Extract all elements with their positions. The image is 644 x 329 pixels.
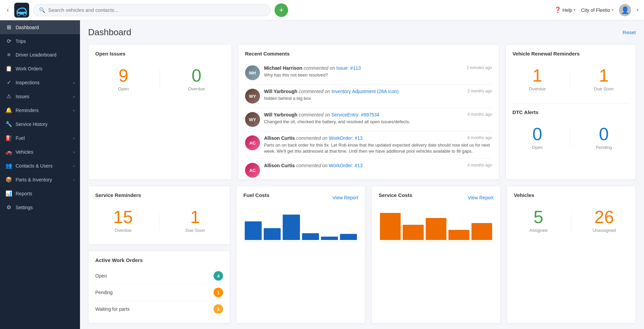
svg-rect-4 bbox=[20, 9, 24, 12]
work-orders-list: Open 4 Pending 1 Waiting for parts 3 bbox=[95, 268, 223, 317]
divider bbox=[570, 69, 571, 89]
sidebar-item-parts-inventory[interactable]: 📦 Parts & Inventory › bbox=[0, 173, 80, 187]
service-costs-view-report[interactable]: View Report bbox=[468, 195, 494, 200]
comment-header: Will Yarbrough commented on ServiceEntry… bbox=[264, 112, 492, 117]
fuel-costs-header: Fuel Costs View Report bbox=[243, 192, 358, 203]
sidebar-label-reports: Reports bbox=[16, 191, 32, 196]
vehicle-renewal-card: Vehicle Renewal Reminders 1 Overdue 1 Du… bbox=[505, 44, 636, 180]
layout: ⊞ Dashboard ⟳ Trips ≡ Driver Leaderboard… bbox=[0, 20, 644, 329]
reset-button[interactable]: Reset bbox=[623, 29, 636, 35]
sidebar-label-parts-inventory: Parts & Inventory bbox=[16, 177, 52, 182]
sidebar-item-settings[interactable]: ⚙ Settings bbox=[0, 200, 80, 214]
sidebar-item-service-history[interactable]: 🔧 Service History bbox=[0, 117, 80, 131]
comment-avatar: AC bbox=[245, 135, 260, 150]
search-bar[interactable]: 🔍 bbox=[33, 4, 270, 16]
comment-body: Michael Harrison commented on Issue: #11… bbox=[264, 65, 492, 80]
vehicles-unassigned: 26 Unassigned bbox=[580, 208, 629, 233]
service-costs-header: Service Costs View Report bbox=[379, 192, 494, 203]
recent-comments-title: Recent Comments bbox=[245, 51, 492, 57]
sidebar-item-issues[interactable]: ⚠ Issues › bbox=[0, 89, 80, 103]
sidebar-item-reminders[interactable]: 🔔 Reminders › bbox=[0, 103, 80, 117]
comment-item: MH Michael Harrison commented on Issue: … bbox=[245, 61, 492, 85]
vehicles-assigned-value: 5 bbox=[514, 208, 563, 226]
vehicle-renewal-due-soon-label: Due Soon bbox=[579, 86, 629, 91]
dtc-alerts-metrics: 0 Open 0 Pending bbox=[512, 120, 629, 155]
comment-header: Allison Curtis commented on WorkOrder: #… bbox=[264, 135, 492, 141]
vehicle-renewal-overdue: 1 Overdue bbox=[512, 67, 562, 91]
work-order-row: Waiting for parts 3 bbox=[95, 301, 223, 317]
comment-link[interactable]: Inventory Adjustment (26A Icon) bbox=[331, 89, 399, 94]
comment-item: AC Allison Curtis commented on WorkOrder… bbox=[245, 159, 492, 180]
comment-avatar: AC bbox=[245, 163, 260, 178]
work-order-badge: 4 bbox=[214, 271, 223, 281]
comment-item: AC Allison Curtis commented on WorkOrder… bbox=[245, 131, 492, 159]
comment-link[interactable]: WorkOrder: #13 bbox=[329, 163, 362, 168]
open-issues-card: Open Issues 9 Open 0 Overdue bbox=[88, 44, 232, 180]
service-reminders-card: Service Reminders 15 Overdue 1 Due Soon bbox=[88, 186, 230, 245]
sidebar-item-vehicles[interactable]: 🚗 Vehicles › bbox=[0, 145, 80, 159]
vehicle-renewal-due-soon-value: 1 bbox=[579, 67, 629, 84]
sidebar-chevron-issues: › bbox=[73, 94, 75, 98]
fuel-chart bbox=[243, 206, 358, 240]
sidebar-label-contacts-users: Contacts & Users bbox=[16, 163, 53, 169]
sidebar-icon-contacts-users: 👥 bbox=[5, 162, 12, 169]
bar bbox=[283, 215, 300, 240]
sidebar-chevron-inspections: › bbox=[73, 81, 75, 85]
logo[interactable] bbox=[14, 3, 29, 18]
sidebar-item-driver-leaderboard[interactable]: ≡ Driver Leaderboard bbox=[0, 48, 80, 62]
sidebar-item-work-orders[interactable]: 📋 Work Orders bbox=[0, 62, 80, 75]
sidebar-item-trips[interactable]: ⟳ Trips bbox=[0, 34, 80, 48]
sidebar-icon-trips: ⟳ bbox=[5, 38, 12, 44]
comment-link[interactable]: WorkOrder: #13 bbox=[329, 135, 362, 141]
open-issues-metrics: 9 Open 0 Overdue bbox=[95, 61, 225, 97]
sidebar-icon-inspections: ✓ bbox=[5, 79, 12, 86]
dtc-pending-label: Pending bbox=[579, 145, 629, 150]
sidebar-item-inspections[interactable]: ✓ Inspections › bbox=[0, 75, 80, 89]
sidebar-chevron-reminders: › bbox=[73, 108, 75, 112]
comment-avatar: MH bbox=[245, 65, 260, 80]
comment-body: Allison Curtis commented on WorkOrder: #… bbox=[264, 135, 492, 154]
sidebar-label-driver-leaderboard: Driver Leaderboard bbox=[16, 52, 57, 58]
service-reminders-overdue: 15 Overdue bbox=[95, 208, 151, 233]
comment-link[interactable]: ServiceEntry: #997534 bbox=[331, 112, 380, 117]
comment-link[interactable]: Issue: #113 bbox=[336, 65, 361, 71]
active-work-orders-title: Active Work Orders bbox=[95, 257, 223, 263]
sidebar-label-fuel: Fuel bbox=[16, 135, 25, 141]
open-issues-overdue-label: Overdue bbox=[168, 86, 224, 91]
bar bbox=[340, 234, 357, 240]
search-input[interactable] bbox=[48, 7, 265, 13]
comment-avatar: WY bbox=[245, 89, 260, 104]
help-menu[interactable]: ❓ Help ▾ bbox=[554, 6, 576, 14]
back-button[interactable]: ‹ bbox=[5, 5, 10, 15]
user-avatar[interactable]: 👤 bbox=[619, 4, 631, 16]
sidebar-icon-settings: ⚙ bbox=[5, 204, 12, 211]
vehicles-card: Vehicles 5 Assigned 26 Unassigned bbox=[507, 186, 636, 324]
sidebar-chevron-parts-inventory: › bbox=[73, 178, 75, 182]
fuel-costs-view-report[interactable]: View Report bbox=[333, 195, 358, 200]
comment-author: Michael Harrison commented on Issue: #11… bbox=[264, 65, 361, 71]
comment-author: Will Yarbrough commented on Inventory Ad… bbox=[264, 89, 399, 94]
comments-list: MH Michael Harrison commented on Issue: … bbox=[245, 61, 492, 180]
active-work-orders-card: Active Work Orders Open 4 Pending 1 Wait… bbox=[88, 251, 230, 324]
dtc-alerts-title: DTC Alerts bbox=[512, 109, 629, 115]
work-order-label: Pending bbox=[95, 290, 113, 295]
sidebar-icon-reminders: 🔔 bbox=[5, 107, 12, 113]
service-reminders-overdue-label: Overdue bbox=[95, 228, 151, 233]
org-menu[interactable]: City of Fleetio ▾ bbox=[581, 7, 613, 13]
search-icon: 🔍 bbox=[39, 7, 45, 13]
sidebar-item-contacts-users[interactable]: 👥 Contacts & Users › bbox=[0, 159, 80, 173]
sidebar-item-dashboard[interactable]: ⊞ Dashboard bbox=[0, 20, 80, 34]
vehicle-renewal-metrics: 1 Overdue 1 Due Soon bbox=[512, 61, 629, 97]
bar bbox=[245, 221, 262, 240]
open-issues-open: 9 Open bbox=[95, 67, 152, 91]
comment-body: Allison Curtis commented on WorkOrder: #… bbox=[264, 163, 492, 178]
sidebar-item-reports[interactable]: 📊 Reports bbox=[0, 187, 80, 200]
service-costs-title: Service Costs bbox=[379, 192, 412, 198]
sidebar-item-fuel[interactable]: ⛽ Fuel › bbox=[0, 131, 80, 145]
vehicle-renewal-overdue-value: 1 bbox=[512, 67, 562, 84]
fuel-costs-title: Fuel Costs bbox=[243, 192, 269, 198]
divider bbox=[159, 211, 159, 231]
comment-author: Will Yarbrough commented on ServiceEntry… bbox=[264, 112, 379, 117]
add-button[interactable]: + bbox=[275, 3, 288, 17]
comment-author: Allison Curtis commented on WorkOrder: #… bbox=[264, 135, 363, 141]
